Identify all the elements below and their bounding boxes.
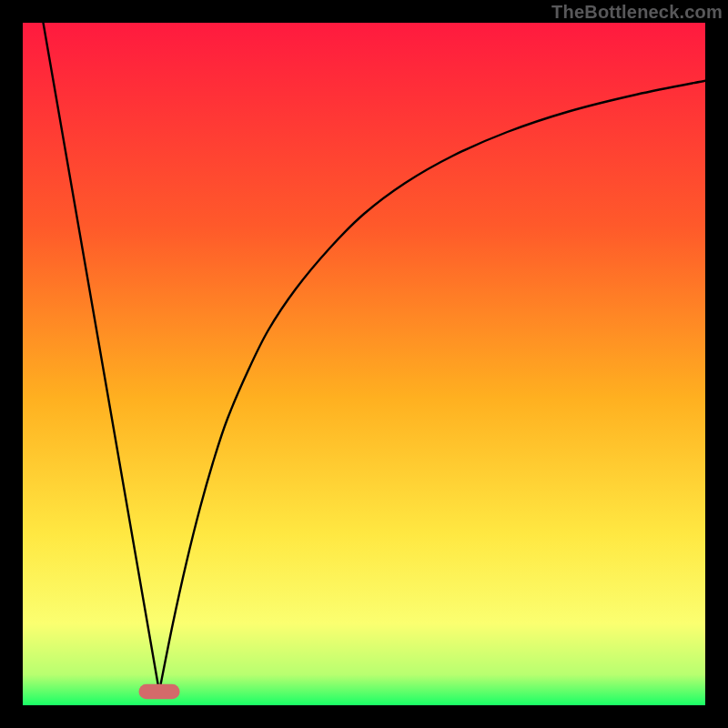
chart-background (23, 23, 705, 705)
chart-frame (23, 23, 705, 705)
chart-plot (23, 23, 705, 705)
watermark-text: TheBottleneck.com (551, 2, 723, 23)
minimum-marker (139, 684, 180, 700)
